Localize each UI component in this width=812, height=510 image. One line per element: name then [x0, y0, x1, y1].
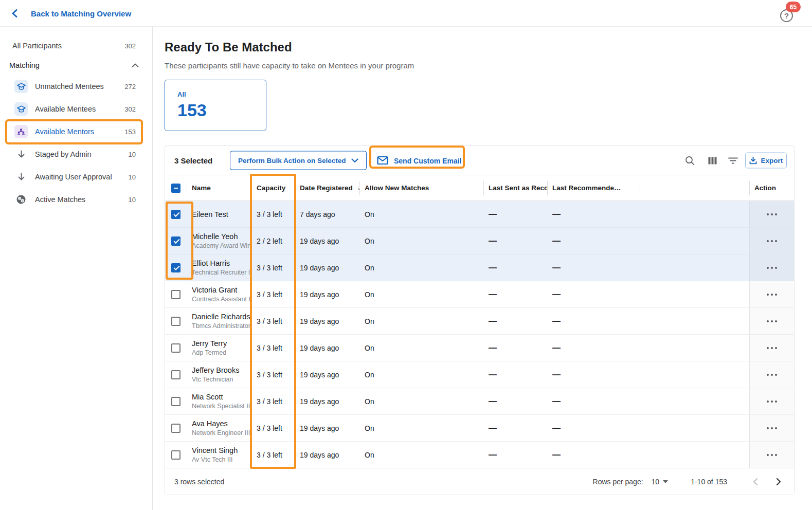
column-header-capacity[interactable]: Capacity	[251, 175, 295, 201]
sidebar-item-unmatched-mentees[interactable]: Unmatched Mentees 272	[0, 75, 152, 98]
capacity-cell: 3 / 3 left	[251, 254, 295, 281]
next-page-button[interactable]	[771, 475, 786, 489]
participant-job-title: Adp Termed	[192, 349, 226, 357]
row-checkbox[interactable]	[171, 236, 181, 246]
row-checkbox[interactable]	[171, 450, 181, 460]
column-header-last-sent[interactable]: Last Sent as Reco…	[483, 175, 547, 201]
row-actions-button[interactable]	[764, 397, 780, 406]
last-recommended-cell: —	[547, 228, 640, 254]
table-row[interactable]: Eileen Test 3 / 3 left 7 days ago On — —	[165, 201, 794, 228]
participant-name: Jeffery Brooks	[192, 366, 239, 375]
sidebar-item-all-participants[interactable]: All Participants 302	[0, 39, 152, 52]
row-actions-button[interactable]	[764, 264, 780, 272]
sidebar-item-available-mentees[interactable]: Available Mentees 302	[0, 98, 152, 120]
rows-selected-text: 3 rows selected	[174, 478, 224, 486]
allow-new-matches-cell: On	[359, 442, 483, 468]
row-actions-button[interactable]	[764, 237, 780, 245]
select-all-checkbox[interactable]	[171, 184, 181, 193]
date-registered-cell: 19 days ago	[295, 281, 359, 307]
capacity-cell: 3 / 3 left	[251, 335, 295, 361]
row-checkbox[interactable]	[171, 424, 181, 433]
table-row[interactable]: Ava Hayes Network Engineer III 3 / 3 lef…	[165, 415, 794, 442]
table-row[interactable]: Jerry Terry Adp Termed 3 / 3 left 19 day…	[165, 335, 794, 361]
column-header-name[interactable]: Name	[187, 175, 251, 201]
table-row[interactable]: Elliot Harris Technical Recruiter III 3 …	[165, 254, 794, 281]
search-icon[interactable]	[683, 154, 696, 167]
export-label: Export	[761, 157, 783, 165]
sidebar-item-awaiting-user-approval[interactable]: Awaiting User Approval 10	[0, 166, 152, 188]
last-recommended-cell: —	[547, 201, 640, 227]
sidebar-item-count: 302	[124, 105, 136, 113]
dropdown-arrow-icon	[663, 480, 668, 483]
help-button[interactable]: ? 65	[780, 5, 798, 22]
export-button[interactable]: Export	[745, 153, 787, 169]
filter-icon[interactable]	[727, 154, 739, 167]
previous-page-button[interactable]	[748, 475, 762, 489]
row-checkbox[interactable]	[171, 343, 181, 353]
sidebar-item-staged-by-admin[interactable]: Staged by Admin 10	[0, 143, 152, 166]
participant-job-title: Academy Award Winning A	[192, 242, 251, 250]
table-row[interactable]: Jeffery Brooks Vtc Technician 3 / 3 left…	[165, 361, 794, 388]
bulk-action-label: Perform Bulk Action on Selected	[238, 157, 346, 165]
table-row[interactable]: Michelle Yeoh Academy Award Winning A 2 …	[165, 228, 794, 254]
table-row[interactable]: Vincent Singh Av Vtc Tech III 3 / 3 left…	[165, 442, 794, 468]
row-actions-button[interactable]	[764, 451, 780, 459]
last-sent-cell: —	[483, 228, 547, 254]
row-actions-button[interactable]	[764, 210, 780, 218]
columns-icon[interactable]	[706, 154, 718, 167]
participant-name: Eileen Test	[192, 210, 228, 219]
allow-new-matches-cell: On	[359, 388, 483, 414]
all-card-label: All	[177, 90, 266, 98]
rows-per-page-value: 10	[652, 478, 660, 486]
sidebar-item-label: Staged by Admin	[35, 150, 92, 158]
row-actions-button[interactable]	[764, 317, 780, 325]
sidebar-item-count: 272	[124, 83, 136, 90]
column-header-allow-new-matches[interactable]: Allow New Matches	[359, 175, 483, 201]
sidebar-item-label: Awaiting User Approval	[35, 173, 112, 181]
table-row[interactable]: Victoria Grant Contracts Assistant I 3 /…	[165, 281, 794, 308]
last-recommended-cell: —	[547, 254, 640, 281]
row-actions-button[interactable]	[764, 371, 780, 379]
sidebar-item-active-matches[interactable]: Active Matches 10	[0, 188, 152, 211]
participant-job-title: Tbmcs Administrator	[192, 322, 250, 330]
row-actions-button[interactable]	[764, 344, 780, 352]
all-summary-card[interactable]: All 153	[165, 80, 266, 131]
sidebar-item-available-mentors[interactable]: Available Mentors 153	[0, 120, 152, 143]
row-checkbox[interactable]	[171, 397, 181, 406]
column-header-last-recommended[interactable]: Last Recommende…	[547, 175, 640, 201]
allow-new-matches-cell: On	[359, 201, 483, 227]
table-toolbar: 3 Selected Perform Bulk Action on Select…	[165, 146, 794, 175]
column-header-date-registered[interactable]: Date Registered	[295, 175, 359, 201]
participant-job-title: Contracts Assistant I	[192, 296, 250, 303]
last-recommended-cell: —	[547, 415, 640, 441]
selected-count-text: 3 Selected	[174, 156, 212, 165]
row-checkbox[interactable]	[171, 210, 181, 219]
back-to-matching-overview-link[interactable]: Back to Matching Overview	[10, 0, 131, 27]
row-checkbox[interactable]	[171, 290, 181, 299]
rows-per-page-label: Rows per page:	[593, 478, 643, 486]
all-participants-count: 302	[124, 42, 136, 50]
send-custom-email-button[interactable]: Send Custom Email	[377, 151, 461, 170]
row-actions-button[interactable]	[764, 290, 780, 299]
back-link-label: Back to Matching Overview	[31, 9, 131, 18]
row-checkbox[interactable]	[171, 370, 181, 379]
graduation-cap-icon	[14, 102, 28, 116]
last-sent-cell: —	[483, 308, 547, 334]
allow-new-matches-cell: On	[359, 228, 483, 254]
row-checkbox[interactable]	[171, 263, 181, 272]
capacity-cell: 3 / 3 left	[251, 388, 295, 414]
date-registered-cell: 7 days ago	[295, 201, 359, 227]
participant-name: Elliot Harris	[192, 259, 230, 268]
table-row[interactable]: Danielle Richardson Tbmcs Administrator …	[165, 308, 794, 335]
participant-job-title: Network Engineer III	[192, 429, 250, 437]
spacer-cell	[640, 281, 749, 307]
row-actions-button[interactable]	[764, 424, 780, 432]
bulk-action-dropdown[interactable]: Perform Bulk Action on Selected	[230, 151, 367, 170]
participant-job-title: Vtc Technician	[192, 376, 233, 384]
table-row[interactable]: Mia Scott Network Specialist III 3 / 3 l…	[165, 388, 794, 415]
matched-faces-icon	[14, 193, 28, 206]
date-registered-cell: 19 days ago	[295, 335, 359, 361]
sidebar-section-matching[interactable]: Matching	[0, 59, 152, 72]
row-checkbox[interactable]	[171, 317, 181, 326]
rows-per-page-select[interactable]: 10	[652, 478, 669, 486]
